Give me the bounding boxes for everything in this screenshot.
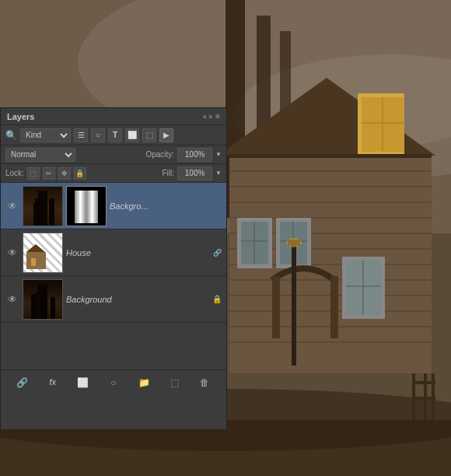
layer-effects-button[interactable]: fx	[45, 375, 61, 390]
layer-thumbnail	[23, 279, 63, 320]
layer-item[interactable]: 👁 Background 🔒	[1, 276, 226, 323]
new-layer-button[interactable]: ⬚	[166, 375, 182, 390]
layer-name: Background	[66, 295, 209, 304]
fill-dropdown-arrow[interactable]: ▼	[215, 170, 222, 177]
fill-label: Fill:	[163, 169, 175, 177]
layer-name: House	[66, 248, 212, 257]
delete-layer-button[interactable]: 🗑	[197, 375, 212, 390]
svg-rect-39	[229, 154, 432, 158]
link-layers-button[interactable]: 🔗	[15, 375, 30, 390]
link-icon: 🔗	[213, 249, 222, 257]
opacity-input[interactable]	[177, 148, 212, 162]
layer-visibility-toggle[interactable]: 👁	[5, 199, 19, 213]
group-layers-button[interactable]: 📁	[136, 375, 152, 390]
panel-title: Layers	[7, 112, 34, 121]
layer-item[interactable]: 👁 Backgro...	[1, 183, 226, 229]
filter-pixel-icon[interactable]: ☰	[74, 128, 88, 142]
svg-point-44	[286, 238, 302, 247]
layers-list: 👁 Backgro... 👁	[1, 183, 226, 369]
filter-kind-select[interactable]: Kind Name Effect Mode Attribute Color	[20, 128, 71, 142]
adjustment-layer-button[interactable]: ○	[106, 375, 121, 390]
layer-item[interactable]: 👁 House 🔗	[1, 229, 226, 276]
add-mask-button[interactable]: ⬜	[75, 375, 91, 390]
collapse-arrows[interactable]: « »	[203, 113, 213, 121]
layers-panel: Layers « » ≡ 🔍 Kind Name Effect Mode Att…	[0, 107, 227, 430]
layer-visibility-toggle[interactable]: 👁	[5, 246, 19, 260]
blend-opacity-row: Normal Dissolve Multiply Screen Overlay …	[1, 145, 226, 164]
opacity-label: Opacity:	[145, 150, 174, 159]
panel-menu-icon[interactable]: ≡	[215, 112, 220, 121]
filter-video-icon[interactable]: ▶	[159, 128, 173, 142]
filter-smart-icon[interactable]: ⬚	[142, 128, 156, 142]
lock-position[interactable]: ✥	[58, 167, 71, 180]
filter-shape-icon[interactable]: ⬜	[125, 128, 139, 142]
layer-thumb-forest	[23, 187, 62, 226]
layer-visibility-toggle[interactable]: 👁	[5, 292, 19, 306]
panel-footer: 🔗 fx ⬜ ○ 📁 ⬚ 🗑	[1, 369, 226, 394]
svg-rect-48	[412, 381, 435, 384]
lock-label: Lock:	[5, 169, 24, 177]
layer-thumbnail	[23, 186, 63, 226]
layer-mask-thumbnail	[66, 186, 107, 226]
lock-all[interactable]: 🔒	[74, 167, 86, 180]
panel-controls: « » ≡	[203, 112, 220, 121]
layer-thumb-bg	[23, 280, 62, 319]
panel-header: Layers « » ≡	[1, 108, 226, 125]
lock-image-pixels[interactable]: ✏	[43, 167, 55, 180]
opacity-dropdown-arrow[interactable]: ▼	[215, 151, 222, 158]
svg-rect-34	[330, 276, 338, 338]
mask-content	[75, 191, 98, 223]
filter-adjustment-icon[interactable]: ○	[91, 128, 105, 142]
filter-type-icon[interactable]: T	[108, 128, 122, 142]
filter-row: 🔍 Kind Name Effect Mode Attribute Color …	[1, 125, 226, 145]
fill-input[interactable]	[177, 166, 212, 180]
layer-locked-icon: 🔒	[212, 295, 222, 303]
lock-transparent-pixels[interactable]: ⬚	[27, 167, 40, 180]
blend-mode-select[interactable]: Normal Dissolve Multiply Screen Overlay	[5, 148, 75, 162]
svg-rect-42	[292, 241, 296, 366]
svg-rect-49	[412, 397, 435, 400]
svg-rect-33	[272, 276, 280, 338]
lock-row: Lock: ⬚ ✏ ✥ 🔒 Fill: ▼	[1, 164, 226, 183]
layer-name: Backgro...	[110, 201, 222, 211]
layer-thumbnail	[23, 233, 63, 273]
search-icon: 🔍	[5, 130, 17, 141]
